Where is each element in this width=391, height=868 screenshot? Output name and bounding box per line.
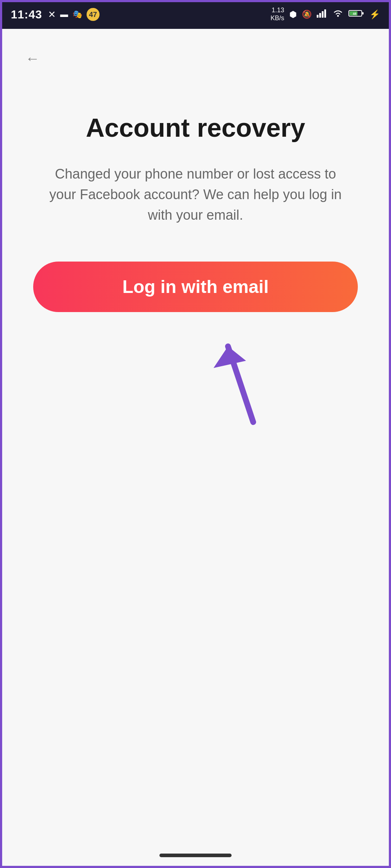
page-description: Changed your phone number or lost access… [40, 164, 351, 225]
login-with-email-button[interactable]: Log in with email [33, 262, 358, 312]
status-time: 11:43 [11, 8, 42, 21]
svg-rect-7 [362, 12, 364, 14]
bluetooth-icon: ⬢ [289, 9, 297, 19]
login-button-label: Log in with email [122, 276, 269, 297]
svg-rect-2 [322, 11, 324, 18]
back-button[interactable]: ← [22, 47, 43, 70]
status-bar-left: 11:43 ✕ ▬ 🎭 47 [11, 8, 100, 21]
x-icon: ✕ [48, 9, 56, 20]
notification-badge: 47 [87, 8, 100, 21]
svg-text:48: 48 [353, 12, 356, 16]
message-icon: ▬ [60, 10, 68, 19]
battery-icon: 48 [348, 9, 364, 19]
network-speed: 1.13KB/s [271, 6, 284, 22]
svg-marker-10 [214, 346, 246, 368]
wifi-icon [333, 9, 343, 20]
home-indicator [159, 854, 232, 857]
arrow-annotation [206, 325, 278, 427]
status-bar: 11:43 ✕ ▬ 🎭 47 1.13KB/s ⬢ 🔕 [0, 0, 391, 29]
back-arrow-icon: ← [25, 51, 40, 66]
car-icon: 🎭 [73, 10, 82, 19]
svg-rect-0 [317, 15, 318, 18]
charging-icon: ⚡ [369, 9, 380, 19]
page-title: Account recovery [86, 114, 305, 142]
status-bar-right: 1.13KB/s ⬢ 🔕 48 [271, 6, 380, 22]
signal-icon [317, 9, 328, 20]
svg-line-9 [228, 346, 253, 422]
svg-point-4 [337, 15, 339, 17]
status-icons-left: ✕ ▬ 🎭 47 [48, 8, 100, 21]
svg-rect-1 [319, 13, 321, 18]
mute-icon: 🔕 [302, 10, 312, 19]
main-content: ← Account recovery Changed your phone nu… [0, 29, 391, 868]
svg-rect-3 [324, 9, 326, 18]
